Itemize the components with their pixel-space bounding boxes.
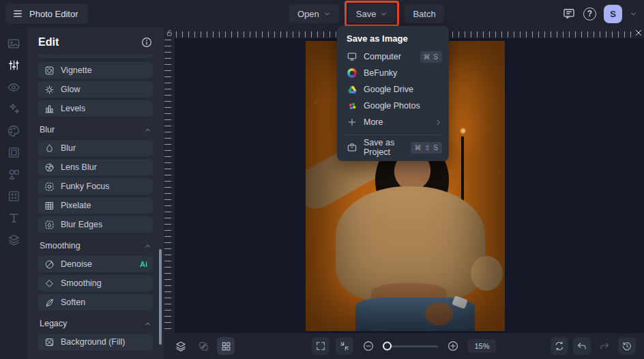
help-button[interactable]: ? bbox=[583, 8, 596, 20]
tool-rail bbox=[0, 27, 27, 359]
google-photos-icon bbox=[347, 101, 357, 111]
edit-tool-label: Levels bbox=[61, 104, 85, 113]
edit-tool-lens-blur[interactable]: Lens Blur bbox=[38, 159, 153, 175]
feather-icon bbox=[44, 298, 55, 308]
fullscreen-button[interactable] bbox=[312, 337, 330, 355]
section-header-smoothing[interactable]: Smoothing bbox=[40, 241, 151, 250]
user-avatar[interactable]: S bbox=[604, 5, 622, 23]
computer-icon bbox=[347, 51, 357, 62]
edit-tool-glow[interactable]: Glow bbox=[38, 81, 153, 98]
frame-icon bbox=[8, 146, 20, 159]
blur-edges-icon bbox=[44, 220, 55, 230]
befunky-icon bbox=[347, 68, 357, 78]
topbar-actions: Open Save Batch bbox=[289, 0, 444, 27]
vertical-ruler bbox=[164, 38, 175, 333]
vignette-icon bbox=[44, 66, 55, 76]
section-label: Blur bbox=[40, 125, 55, 134]
chevron-down-icon bbox=[380, 10, 387, 18]
edit-tool-label: Pixelate bbox=[61, 201, 91, 210]
reset-button[interactable] bbox=[551, 337, 568, 355]
reset-icon bbox=[554, 341, 565, 351]
undo-icon bbox=[576, 341, 587, 351]
sliders-icon bbox=[8, 59, 20, 72]
zoom-slider[interactable] bbox=[383, 345, 438, 347]
briefcase-icon bbox=[347, 142, 357, 153]
save-highlight-annotation: Save bbox=[345, 1, 400, 27]
save-button-label: Save bbox=[356, 9, 377, 19]
section-header-legacy[interactable]: Legacy bbox=[40, 319, 151, 328]
batch-button[interactable]: Batch bbox=[405, 4, 443, 23]
edit-tool-label: Funky Focus bbox=[61, 182, 110, 191]
edit-tool-list: Vignette Glow Levels Blur bbox=[27, 55, 164, 350]
image-icon bbox=[7, 37, 20, 51]
overlay-icon bbox=[8, 190, 20, 203]
save-menu-item-label: BeFunky bbox=[364, 68, 397, 78]
save-menu-item-label: Save as Project bbox=[364, 138, 405, 157]
edit-tool-pixelate[interactable]: Pixelate bbox=[38, 197, 153, 214]
rail-item-layers[interactable] bbox=[5, 232, 22, 248]
edit-tool-label: Lens Blur bbox=[61, 162, 97, 172]
edit-tool-blur-edges[interactable]: Blur Edges bbox=[38, 216, 153, 233]
glow-icon bbox=[44, 85, 55, 95]
chevron-right-icon bbox=[435, 119, 442, 126]
edit-tool-denoise[interactable]: Denoise Ai bbox=[38, 256, 153, 272]
section-header-blur[interactable]: Blur bbox=[40, 125, 151, 134]
droplet-icon bbox=[44, 143, 55, 154]
undo-button[interactable] bbox=[573, 337, 591, 355]
edit-tool-partial[interactable] bbox=[38, 55, 153, 58]
panel-info-button[interactable] bbox=[141, 36, 153, 48]
edit-tool-blur[interactable]: Blur bbox=[38, 140, 153, 156]
batch-button-label: Batch bbox=[413, 9, 435, 19]
eye-icon bbox=[7, 81, 20, 94]
edit-tool-label: Vignette bbox=[61, 66, 92, 75]
ruler-lock-button[interactable] bbox=[164, 27, 175, 38]
save-menu-item-google-drive[interactable]: Google Drive bbox=[337, 81, 449, 98]
rail-item-artsy[interactable] bbox=[5, 123, 22, 139]
edit-tool-levels[interactable]: Levels bbox=[38, 100, 153, 117]
edit-tool-smoothing[interactable]: Smoothing bbox=[38, 275, 153, 291]
section-label: Legacy bbox=[40, 319, 67, 328]
zoom-in-button[interactable] bbox=[444, 337, 462, 355]
rail-item-overlays[interactable] bbox=[5, 188, 22, 204]
fit-screen-icon bbox=[339, 341, 350, 351]
rail-item-edit[interactable] bbox=[5, 57, 22, 73]
topbar-right: ? S bbox=[562, 0, 637, 27]
rail-item-effects[interactable] bbox=[5, 101, 22, 117]
hamburger-icon bbox=[12, 9, 23, 18]
redo-button[interactable] bbox=[596, 337, 613, 355]
zoom-level-value[interactable]: 15% bbox=[468, 339, 495, 353]
minus-circle-icon bbox=[362, 340, 375, 352]
rail-item-frames[interactable] bbox=[5, 145, 22, 160]
plus-icon bbox=[347, 117, 357, 127]
main-menu-button[interactable]: Photo Editor bbox=[5, 3, 88, 24]
pixel-grid-icon bbox=[44, 201, 55, 211]
edit-tool-label: Background (Fill) bbox=[61, 337, 125, 347]
close-image-button[interactable] bbox=[634, 28, 643, 38]
palette-icon bbox=[7, 124, 20, 138]
save-menu-item-save-as-project[interactable]: Save as Project ⌘ ⇧ S bbox=[337, 139, 449, 156]
zoom-slider-handle[interactable] bbox=[383, 342, 392, 351]
edit-tool-background-fill[interactable]: Background (Fill) bbox=[38, 334, 153, 350]
shortcut-badge: ⌘ S bbox=[420, 51, 442, 63]
rail-item-image-manager[interactable] bbox=[5, 35, 22, 51]
fit-screen-button[interactable] bbox=[336, 337, 353, 355]
edit-tool-soften[interactable]: Soften bbox=[38, 294, 153, 311]
save-menu-item-google-photos[interactable]: Google Photos bbox=[337, 98, 449, 114]
edit-tool-vignette[interactable]: Vignette bbox=[38, 62, 153, 78]
save-menu-item-computer[interactable]: Computer ⌘ S bbox=[337, 48, 449, 65]
rail-item-text[interactable] bbox=[5, 210, 22, 226]
feedback-button[interactable] bbox=[562, 7, 576, 20]
open-button[interactable]: Open bbox=[289, 4, 339, 23]
checker-icon bbox=[44, 337, 55, 347]
edit-tool-funky-focus[interactable]: Funky Focus bbox=[38, 178, 153, 195]
save-menu-item-more[interactable]: More bbox=[337, 114, 449, 130]
question-mark-icon: ? bbox=[583, 8, 596, 20]
history-button[interactable] bbox=[618, 337, 636, 355]
rail-item-graphics[interactable] bbox=[5, 167, 22, 182]
account-menu-button[interactable] bbox=[630, 10, 637, 18]
rail-item-touch-up[interactable] bbox=[5, 79, 22, 95]
save-menu-item-befunky[interactable]: BeFunky bbox=[337, 65, 449, 81]
panel-scrollbar[interactable] bbox=[159, 249, 162, 345]
save-button[interactable]: Save bbox=[348, 4, 396, 23]
zoom-out-button[interactable] bbox=[360, 337, 377, 355]
